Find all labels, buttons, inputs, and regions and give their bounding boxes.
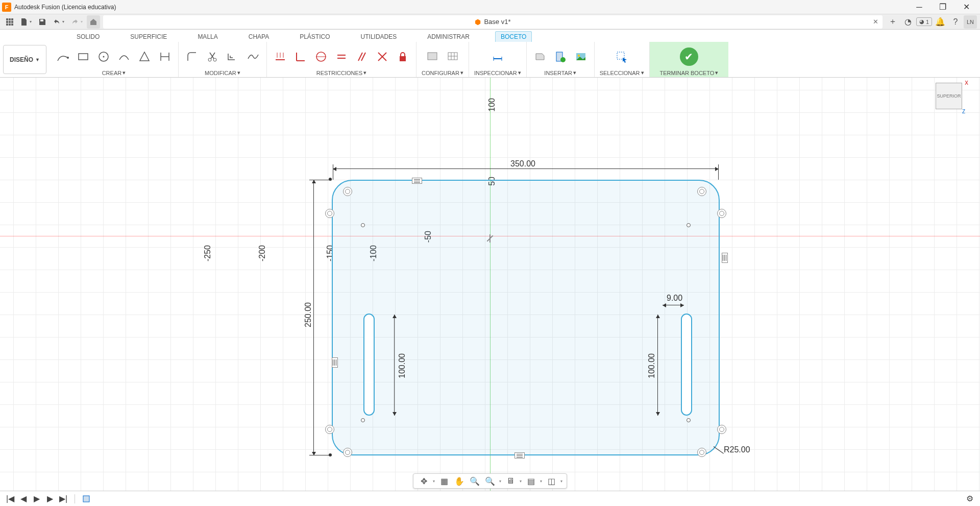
insert-image-button[interactable] bbox=[573, 49, 589, 65]
viewcube[interactable]: SUPERIOR bbox=[936, 83, 962, 109]
redo-dropdown[interactable]: ▾ bbox=[81, 19, 86, 24]
tab-plastico[interactable]: PLÁSTICO bbox=[295, 32, 335, 42]
timeline-sketch-feature[interactable] bbox=[81, 494, 91, 504]
offset-tool[interactable] bbox=[225, 49, 241, 65]
constraint-eq-4[interactable] bbox=[722, 253, 728, 263]
close-window-button[interactable]: ✕ bbox=[954, 0, 978, 14]
insert-dxf-button[interactable] bbox=[552, 49, 569, 65]
finish-sketch-icon[interactable]: ✔ bbox=[680, 47, 698, 66]
dim-line-slot-r[interactable] bbox=[657, 315, 658, 416]
dimension-tool[interactable] bbox=[157, 49, 173, 65]
dim-line-slot-w[interactable] bbox=[663, 305, 684, 305]
document-tab[interactable]: ⬢ Base v1* ✕ bbox=[103, 15, 883, 29]
trim-tool[interactable] bbox=[204, 49, 220, 65]
tab-boceto[interactable]: BOCETO bbox=[495, 31, 532, 42]
constraint-eq-2[interactable] bbox=[514, 452, 525, 459]
new-tab-button[interactable]: ＋ bbox=[886, 15, 900, 29]
close-tab-button[interactable]: ✕ bbox=[873, 18, 878, 26]
select-tool[interactable] bbox=[614, 49, 630, 65]
undo-button[interactable] bbox=[50, 15, 63, 29]
constraint-coinc-2[interactable] bbox=[717, 209, 726, 218]
hole-bl[interactable] bbox=[361, 418, 365, 422]
constraint-coinc-1[interactable] bbox=[325, 209, 334, 218]
measure-tool[interactable] bbox=[489, 49, 506, 65]
vertical-constraint[interactable] bbox=[292, 49, 309, 65]
hole-tl[interactable] bbox=[361, 223, 365, 227]
dim-line-slot-l[interactable] bbox=[394, 315, 395, 416]
constraint-eq-1[interactable] bbox=[412, 178, 422, 184]
fillet-tool[interactable] bbox=[184, 49, 200, 65]
line-tool[interactable] bbox=[55, 49, 71, 65]
save-button[interactable] bbox=[36, 15, 49, 29]
panel-modificar-label[interactable]: MODIFICAR ▾ bbox=[205, 69, 240, 76]
sketch-palette-button[interactable] bbox=[424, 49, 440, 65]
timeline-prev-button[interactable]: ◀ bbox=[18, 494, 29, 504]
display-settings-button[interactable]: 🖥 bbox=[504, 475, 517, 487]
arc-tool[interactable] bbox=[116, 49, 132, 65]
look-at-button[interactable]: ▦ bbox=[438, 475, 450, 487]
timeline-start-button[interactable]: |◀ bbox=[5, 494, 15, 504]
circle-tool[interactable] bbox=[95, 49, 112, 65]
panel-terminar-label[interactable]: TERMINAR BOCETO ▾ bbox=[660, 69, 719, 76]
orbit-button[interactable]: ✥ bbox=[418, 475, 430, 487]
tab-superficie[interactable]: SUPERFICIE bbox=[125, 32, 172, 42]
dim-slot-left[interactable]: 100.00 bbox=[398, 353, 407, 378]
sketch-rectangle[interactable] bbox=[332, 180, 720, 455]
dim-line-height[interactable] bbox=[313, 180, 314, 455]
file-dropdown[interactable]: ▾ bbox=[30, 19, 35, 24]
extensions-button[interactable]: ◔ bbox=[901, 15, 915, 29]
panel-inspeccionar-label[interactable]: INSPECCIONAR ▾ bbox=[474, 69, 521, 76]
coincident-constraint[interactable] bbox=[313, 49, 329, 65]
data-panel-button[interactable] bbox=[3, 15, 16, 29]
tab-chapa[interactable]: CHAPA bbox=[243, 32, 274, 42]
polygon-tool[interactable] bbox=[136, 49, 153, 65]
zoom-window-button[interactable]: 🔍 bbox=[484, 475, 496, 487]
timeline-play-button[interactable]: ▶ bbox=[32, 494, 42, 504]
notifications-button[interactable]: 🔔 bbox=[933, 15, 947, 29]
horizontal-constraint[interactable] bbox=[272, 49, 288, 65]
dim-height[interactable]: 250.00 bbox=[304, 302, 313, 327]
panel-configurar-label[interactable]: CONFIGURAR ▾ bbox=[422, 69, 463, 76]
parallel-constraint[interactable] bbox=[354, 49, 370, 65]
tab-utilidades[interactable]: UTILIDADES bbox=[356, 32, 402, 42]
help-button[interactable]: ? bbox=[948, 15, 963, 29]
origin-mark[interactable] bbox=[484, 233, 496, 245]
tab-malla[interactable]: MALLA bbox=[192, 32, 223, 42]
job-status-button[interactable]: ◕ 1 bbox=[916, 17, 932, 26]
sketch-grid-button[interactable] bbox=[445, 49, 461, 65]
insert-derive-button[interactable] bbox=[532, 49, 548, 65]
dim-line-width[interactable] bbox=[333, 168, 719, 169]
panel-crear-label[interactable]: CREAR ▾ bbox=[102, 69, 126, 76]
timeline-end-button[interactable]: ▶| bbox=[58, 494, 68, 504]
design-workspace-button[interactable]: DISEÑO ▼ bbox=[3, 45, 46, 74]
constraint-coinc-5[interactable] bbox=[343, 187, 352, 196]
canvas[interactable]: 100 50 -50 -100 -150 -200 -250 350.00 25… bbox=[0, 78, 980, 491]
zoom-button[interactable]: 🔍 bbox=[469, 475, 481, 487]
maximize-button[interactable]: ❐ bbox=[931, 0, 954, 14]
file-button[interactable] bbox=[17, 15, 31, 29]
dim-width[interactable]: 350.00 bbox=[510, 159, 535, 168]
pan-button[interactable]: ✋ bbox=[453, 475, 465, 487]
slot-right[interactable] bbox=[681, 314, 692, 416]
timeline-settings-button[interactable]: ⚙ bbox=[965, 494, 975, 504]
panel-restricciones-label[interactable]: RESTRICCIONES ▾ bbox=[316, 69, 366, 76]
panel-insertar-label[interactable]: INSERTAR ▾ bbox=[544, 69, 576, 76]
constraint-coinc-7[interactable] bbox=[343, 448, 352, 457]
hole-br[interactable] bbox=[687, 418, 691, 422]
undo-dropdown[interactable]: ▾ bbox=[62, 19, 67, 24]
home-button[interactable] bbox=[87, 15, 100, 29]
minimize-button[interactable]: ─ bbox=[908, 0, 931, 14]
lock-constraint[interactable] bbox=[395, 49, 411, 65]
equal-constraint[interactable] bbox=[333, 49, 350, 65]
slot-left[interactable] bbox=[363, 314, 375, 416]
tab-solido[interactable]: SOLIDO bbox=[71, 32, 105, 42]
viewport-button[interactable]: ◫ bbox=[545, 475, 557, 487]
user-avatar[interactable]: LN bbox=[964, 15, 977, 29]
perpendicular-constraint[interactable] bbox=[374, 49, 390, 65]
tab-administrar[interactable]: ADMINISTRAR bbox=[422, 32, 475, 42]
grid-settings-button[interactable]: ▤ bbox=[525, 475, 537, 487]
panel-seleccionar-label[interactable]: SELECCIONAR ▾ bbox=[600, 69, 644, 76]
constraint-eq-3[interactable] bbox=[332, 357, 338, 368]
dim-slot-right[interactable]: 100.00 bbox=[647, 353, 656, 378]
constraint-coinc-6[interactable] bbox=[697, 187, 706, 196]
